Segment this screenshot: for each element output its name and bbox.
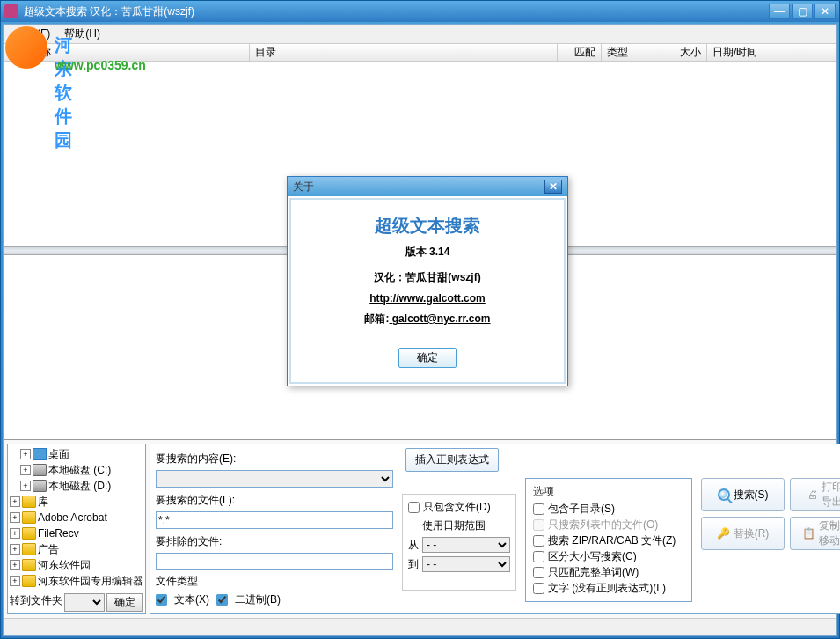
tree-toggle-icon[interactable]: + bbox=[10, 560, 20, 570]
options-title: 选项 bbox=[533, 484, 684, 499]
folder-tree-panel: +桌面 +本地磁盘 (C:) +本地磁盘 (D:) +库 +Adobe Acro… bbox=[7, 444, 146, 614]
menu-file[interactable]: 文件(F) bbox=[9, 25, 57, 43]
col-directory[interactable]: 目录 bbox=[250, 44, 558, 61]
about-translator: 汉化：苦瓜甘甜(wszjf) bbox=[305, 270, 550, 285]
drive-icon bbox=[33, 480, 47, 492]
filetype-text-checkbox[interactable] bbox=[156, 594, 167, 606]
titlebar[interactable]: 超级文本搜索 汉化：苦瓜甘甜(wszjf) — ▢ ✕ bbox=[1, 1, 839, 22]
options-fieldset: 选项 包含子目录(S) 只搜索列表中的文件(O) 搜索 ZIP/RAR/CAB … bbox=[525, 478, 692, 602]
about-close-button[interactable]: ✕ bbox=[544, 180, 562, 194]
about-dialog: 关于 ✕ 超级文本搜索 版本 3.14 汉化：苦瓜甘甜(wszjf) http:… bbox=[287, 176, 568, 386]
col-size[interactable]: 大小 bbox=[654, 44, 707, 61]
tree-item[interactable]: FileRecv bbox=[38, 527, 79, 540]
col-datetime[interactable]: 日期/时间 bbox=[707, 44, 836, 61]
only-files-checkbox[interactable] bbox=[408, 502, 420, 513]
tree-item[interactable]: 本地磁盘 (D:) bbox=[48, 479, 111, 494]
date-from-select[interactable]: - - bbox=[422, 537, 510, 553]
opt-case-checkbox[interactable] bbox=[533, 551, 544, 562]
close-button[interactable]: ✕ bbox=[814, 4, 836, 19]
tree-item[interactable]: Adobe Acrobat bbox=[38, 511, 107, 524]
about-heading: 超级文本搜索 bbox=[305, 214, 550, 238]
search-content-label: 要搜索的内容(E): bbox=[156, 452, 393, 466]
date-range-panel: 只包含文件(D) 使用日期范围 从- - 到- - bbox=[402, 494, 516, 591]
only-files-label: 只包含文件(D) bbox=[423, 500, 491, 515]
filetype-text-label: 文本(X) bbox=[174, 592, 209, 607]
opt-listed-checkbox bbox=[533, 519, 544, 531]
monitor-icon bbox=[33, 448, 47, 460]
window-title: 超级文本搜索 汉化：苦瓜甘甜(wszjf) bbox=[24, 4, 769, 19]
folder-tree[interactable]: +桌面 +本地磁盘 (C:) +本地磁盘 (D:) +库 +Adobe Acro… bbox=[8, 444, 145, 591]
about-ok-button[interactable]: 确定 bbox=[398, 348, 457, 368]
opt-wholewords-checkbox[interactable] bbox=[533, 567, 544, 578]
replace-icon: 🔑 bbox=[717, 527, 730, 540]
search-content-input[interactable] bbox=[156, 470, 393, 488]
opt-zip-checkbox[interactable] bbox=[533, 535, 544, 547]
copy-button: 📋复制或 移动文件 bbox=[790, 517, 840, 550]
copy-icon: 📋 bbox=[802, 527, 815, 540]
print-icon: 🖨 bbox=[807, 488, 818, 501]
folder-icon bbox=[22, 496, 36, 508]
folder-icon bbox=[22, 527, 36, 540]
about-email-label: 邮箱: bbox=[364, 312, 389, 325]
menu-help[interactable]: 帮助(H) bbox=[57, 25, 107, 43]
tree-item[interactable]: 广告 bbox=[38, 542, 59, 557]
about-titlebar[interactable]: 关于 ✕ bbox=[288, 177, 567, 196]
tree-toggle-icon[interactable]: + bbox=[10, 496, 20, 507]
maximize-button[interactable]: ▢ bbox=[792, 4, 813, 19]
folder-icon bbox=[22, 511, 36, 524]
opt-subdirs-label: 包含子目录(S) bbox=[548, 502, 615, 517]
search-icon bbox=[718, 488, 730, 501]
use-daterange-label: 使用日期范围 bbox=[422, 518, 486, 533]
tree-item[interactable]: 河东软件园 bbox=[38, 558, 91, 573]
results-header: 文件名称 目录 匹配 类型 大小 日期/时间 bbox=[4, 44, 836, 62]
minimize-button[interactable]: — bbox=[769, 4, 790, 19]
bottom-panel: +桌面 +本地磁盘 (C:) +本地磁盘 (D:) +库 +Adobe Acro… bbox=[4, 439, 836, 618]
opt-listed-label: 只搜索列表中的文件(O) bbox=[548, 518, 658, 532]
menubar: 文件(F) 帮助(H) bbox=[4, 25, 836, 44]
col-match[interactable]: 匹配 bbox=[558, 44, 602, 61]
date-to-select[interactable]: - - bbox=[422, 556, 510, 572]
search-files-input[interactable] bbox=[156, 511, 393, 529]
print-button: 🖨打印/ 导出(P) bbox=[790, 478, 840, 511]
about-title-text: 关于 bbox=[293, 180, 544, 195]
col-filename[interactable]: 文件名称 bbox=[4, 44, 250, 61]
filetype-label: 文件类型 bbox=[156, 574, 198, 589]
about-url-link[interactable]: http://www.galcott.com bbox=[369, 292, 486, 305]
exclude-files-input[interactable] bbox=[156, 553, 393, 570]
folder-icon bbox=[22, 559, 36, 571]
exclude-files-label: 要排除的文件: bbox=[156, 534, 393, 549]
about-email-link[interactable]: galcott@nyc.rr.com bbox=[389, 312, 490, 325]
tree-toggle-icon[interactable]: + bbox=[20, 481, 31, 491]
insert-regex-button[interactable]: 插入正则表达式 bbox=[405, 448, 499, 472]
filetype-binary-label: 二进制(B) bbox=[235, 592, 281, 607]
filetype-binary-checkbox[interactable] bbox=[216, 594, 228, 606]
search-files-label: 要搜索的文件(L): bbox=[156, 493, 393, 508]
opt-literal-checkbox[interactable] bbox=[533, 583, 544, 594]
tree-item[interactable]: 桌面 bbox=[48, 447, 69, 462]
tree-item[interactable]: 河东软件园专用编辑器 bbox=[38, 574, 143, 589]
col-type[interactable]: 类型 bbox=[602, 44, 654, 61]
goto-folder-label: 转到文件夹 bbox=[10, 593, 62, 612]
folder-icon bbox=[22, 543, 36, 555]
folder-icon bbox=[22, 575, 36, 587]
about-version: 版本 3.14 bbox=[305, 245, 550, 260]
date-to-label: 到 bbox=[408, 557, 419, 572]
search-panel: 插入正则表达式 要搜索的内容(E): 要搜索的文件(L): 要排除的文件: 文件… bbox=[150, 444, 840, 614]
opt-wholewords-label: 只匹配完整单词(W) bbox=[548, 565, 639, 580]
goto-folder-button[interactable]: 确定 bbox=[106, 593, 143, 612]
drive-icon bbox=[33, 464, 47, 476]
tree-toggle-icon[interactable]: + bbox=[10, 528, 20, 539]
date-from-label: 从 bbox=[408, 538, 419, 553]
tree-item[interactable]: 本地磁盘 (C:) bbox=[48, 463, 111, 478]
app-icon bbox=[4, 4, 18, 18]
search-button[interactable]: 搜索(S) bbox=[701, 478, 785, 511]
tree-toggle-icon[interactable]: + bbox=[20, 465, 31, 475]
tree-toggle-icon[interactable]: + bbox=[10, 544, 20, 555]
tree-toggle-icon[interactable]: + bbox=[20, 449, 31, 459]
tree-toggle-icon[interactable]: + bbox=[10, 576, 20, 586]
goto-folder-select[interactable] bbox=[64, 593, 105, 612]
tree-toggle-icon[interactable]: + bbox=[10, 512, 20, 523]
opt-case-label: 区分大小写搜索(C) bbox=[548, 549, 637, 564]
opt-subdirs-checkbox[interactable] bbox=[533, 503, 544, 515]
tree-item[interactable]: 库 bbox=[38, 495, 48, 510]
